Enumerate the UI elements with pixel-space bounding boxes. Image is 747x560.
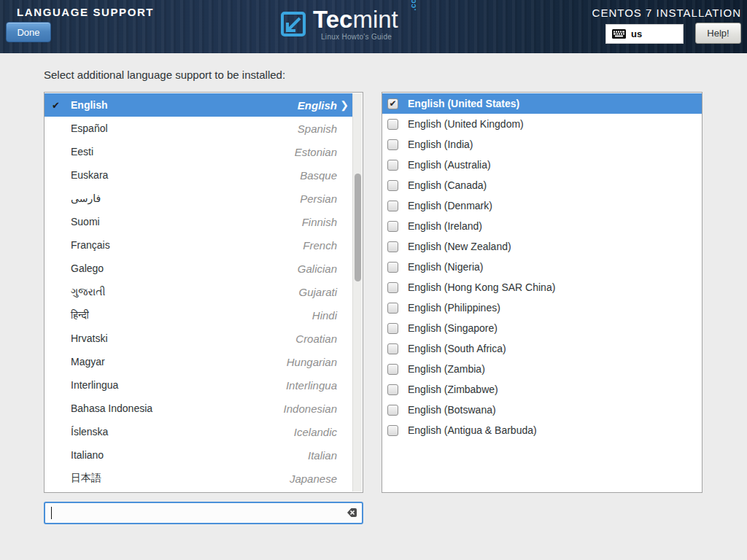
language-row[interactable]: EspañolSpanish (44, 117, 353, 140)
language-native-name: Bahasa Indonesia (71, 402, 152, 414)
language-row[interactable]: HrvatskiCroatian (44, 327, 353, 350)
language-english-name: Japanese (290, 472, 337, 485)
locale-row[interactable]: English (United Kingdom) (382, 114, 702, 134)
page-title: LANGUAGE SUPPORT (17, 6, 154, 18)
checkbox-checked[interactable]: ✔ (387, 98, 398, 109)
language-row[interactable]: FrançaisFrench (44, 233, 353, 257)
checkbox-unchecked[interactable] (387, 241, 398, 252)
locale-row[interactable]: English (Nigeria) (382, 257, 702, 277)
locale-row[interactable]: English (Philippines) (382, 298, 702, 318)
language-row[interactable]: ÍslenskaIcelandic (44, 420, 353, 443)
locale-label: English (South Africa) (408, 343, 506, 354)
locale-label: English (Zimbabwe) (408, 384, 498, 395)
language-english-name: Estonian (295, 146, 337, 158)
checkbox-unchecked[interactable] (387, 384, 398, 395)
locale-label: English (Philippines) (408, 302, 500, 314)
language-row[interactable]: 日本語Japanese (44, 467, 353, 490)
locale-label: English (United Kingdom) (408, 118, 524, 130)
language-english-name: Hindi (312, 309, 337, 322)
installer-product-title: CENTOS 7 INSTALLATION (592, 7, 741, 19)
instruction-label: Select additional language support to be… (44, 69, 285, 81)
checkbox-unchecked[interactable] (387, 180, 398, 191)
language-row[interactable]: GalegoGalician (44, 257, 353, 280)
locale-label: English (Ireland) (408, 220, 482, 232)
locale-row[interactable]: English (Australia) (382, 155, 702, 175)
language-native-name: Eesti (71, 146, 93, 158)
tecmint-logo-text: Tecmint (313, 6, 398, 34)
checkbox-unchecked[interactable] (387, 221, 398, 232)
locale-row[interactable]: English (Canada) (382, 175, 702, 195)
done-button[interactable]: Done (6, 22, 51, 42)
language-english-name: Icelandic (294, 426, 337, 438)
language-list-panel: ✔EnglishEnglish❯EspañolSpanishEestiEston… (44, 92, 363, 493)
language-row[interactable]: فارسیPersian (44, 187, 353, 210)
tecmint-logo: Tecmint .com Linux Howto's Guide (279, 9, 447, 47)
language-row[interactable]: Bahasa IndonesiaIndonesian (44, 397, 353, 420)
language-row[interactable]: ✔EnglishEnglish❯ (44, 93, 353, 117)
language-row[interactable]: हिन्दीHindi (44, 303, 353, 327)
locale-row[interactable]: English (New Zealand) (382, 236, 702, 257)
language-native-name: Hrvatski (71, 332, 108, 344)
language-row[interactable]: InterlinguaInterlingua (44, 373, 353, 397)
checkbox-unchecked[interactable] (387, 303, 398, 314)
keyboard-layout-indicator[interactable]: us (605, 24, 684, 44)
selected-check-icon: ✔ (50, 100, 71, 111)
locale-label: English (Botswana) (408, 404, 496, 416)
checkbox-unchecked[interactable] (387, 364, 398, 375)
language-english-name: Persian (300, 192, 337, 205)
locale-label: English (New Zealand) (408, 241, 511, 252)
text-caret (51, 507, 52, 519)
language-search-input[interactable] (50, 504, 334, 522)
language-native-name: English (71, 99, 108, 111)
chevron-right-icon: ❯ (337, 99, 349, 111)
checkbox-unchecked[interactable] (387, 201, 398, 211)
language-row[interactable]: EuskaraBasque (44, 163, 353, 187)
language-row[interactable]: ગુજરાતીGujarati (44, 280, 353, 303)
locale-row[interactable]: English (Hong Kong SAR China) (382, 277, 702, 298)
language-row[interactable]: ItalianoItalian (44, 443, 353, 467)
locale-row[interactable]: English (India) (382, 134, 702, 155)
checkbox-unchecked[interactable] (387, 405, 398, 416)
locale-label: English (Australia) (408, 159, 491, 171)
locale-row[interactable]: English (Ireland) (382, 216, 702, 236)
clear-search-icon[interactable] (343, 508, 357, 521)
language-row[interactable]: MagyarHungarian (44, 350, 353, 373)
checkbox-unchecked[interactable] (387, 343, 398, 354)
checkbox-unchecked[interactable] (387, 160, 398, 171)
checkbox-unchecked[interactable] (387, 282, 398, 293)
checkbox-unchecked[interactable] (387, 425, 398, 436)
language-english-name: Croatian (295, 332, 337, 345)
checkbox-unchecked[interactable] (387, 119, 398, 130)
locale-row[interactable]: English (Singapore) (382, 318, 702, 338)
locale-row[interactable]: English (Botswana) (382, 400, 702, 420)
language-native-name: Italiano (71, 449, 104, 461)
locale-label: English (Singapore) (408, 322, 498, 334)
checkbox-unchecked[interactable] (387, 323, 398, 334)
locale-label: English (India) (408, 139, 473, 150)
language-row[interactable]: EestiEstonian (44, 140, 353, 163)
language-native-name: فارسی (71, 192, 101, 204)
language-native-name: Interlingua (71, 379, 118, 391)
scrollbar-thumb[interactable] (355, 174, 361, 281)
locale-label: English (Hong Kong SAR China) (408, 281, 555, 293)
language-native-name: ગુજરાતી (71, 286, 105, 298)
language-row[interactable]: SuomiFinnish (44, 210, 353, 233)
locale-list: ✔English (United States)English (United … (382, 93, 702, 440)
locale-row[interactable]: English (South Africa) (382, 338, 702, 359)
checkbox-unchecked[interactable] (387, 139, 398, 150)
language-english-name: Spanish (298, 122, 337, 135)
language-search-box (44, 502, 363, 524)
locale-row[interactable]: English (Antigua & Barbuda) (382, 420, 702, 440)
locale-row[interactable]: English (Zimbabwe) (382, 379, 702, 400)
locale-row[interactable]: English (Zambia) (382, 359, 702, 379)
language-english-name: Finnish (302, 216, 337, 228)
help-button[interactable]: Help! (695, 23, 741, 44)
locale-row[interactable]: ✔English (United States) (382, 93, 702, 114)
tecmint-logo-tagline: Linux Howto's Guide (321, 33, 392, 41)
language-list-scrollbar[interactable] (352, 93, 362, 491)
locale-row[interactable]: English (Denmark) (382, 195, 702, 216)
language-english-name: Interlingua (286, 379, 337, 392)
locale-label: English (Zambia) (408, 363, 485, 375)
checkbox-unchecked[interactable] (387, 262, 398, 273)
language-native-name: हिन्दी (71, 309, 89, 322)
